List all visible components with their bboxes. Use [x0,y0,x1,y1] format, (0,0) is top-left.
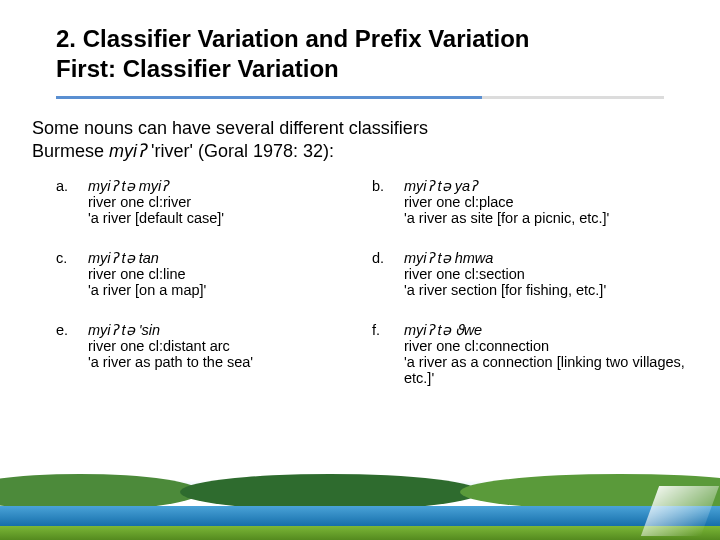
example-gloss: river one cl:river [88,194,372,210]
example-trans: 'a river [default case]' [88,210,372,226]
example-cell: b. myiʔ tǝ yaʔ river one cl:place 'a riv… [372,178,688,226]
example-cell: f. myiʔ tǝ ϑwe river one cl:connection '… [372,322,688,386]
examples-grid: a. myiʔ tǝ myiʔ river one cl:river 'a ri… [0,164,720,386]
example-label: f. [372,322,404,386]
example-label: c. [56,250,88,298]
example-body: myiʔ tǝ 'sin river one cl:distant arc 'a… [88,322,372,386]
example-trans: 'a river as a connection [linking two vi… [404,354,688,386]
example-label: b. [372,178,404,226]
intro-post: 'river' (Goral 1978: 32): [146,141,334,161]
example-row: a. myiʔ tǝ myiʔ river one cl:river 'a ri… [56,178,688,226]
example-trans: 'a river as path to the sea' [88,354,372,370]
intro-pre: Burmese [32,141,109,161]
example-gloss: river one cl:connection [404,338,688,354]
example-label: e. [56,322,88,386]
title-line-1: 2. Classifier Variation and Prefix Varia… [56,24,664,54]
example-row: c. myiʔ tǝ tan river one cl:line 'a rive… [56,250,688,298]
sky-icon [0,480,720,494]
example-words: myiʔ tǝ hmwa [404,250,688,266]
example-gloss: river one cl:line [88,266,372,282]
slide: 2. Classifier Variation and Prefix Varia… [0,0,720,540]
hill-icon [0,474,200,510]
accent-wedge-icon [641,486,719,536]
example-body: myiʔ tǝ myiʔ river one cl:river 'a river… [88,178,372,226]
example-words: myiʔ tǝ 'sin [88,322,372,338]
example-cell: a. myiʔ tǝ myiʔ river one cl:river 'a ri… [56,178,372,226]
example-words: myiʔ tǝ tan [88,250,372,266]
example-body: myiʔ tǝ yaʔ river one cl:place 'a river … [404,178,688,226]
example-words: myiʔ tǝ myiʔ [88,178,372,194]
intro-word: myiʔ [109,141,146,161]
hill-icon [460,474,720,510]
example-row: e. myiʔ tǝ 'sin river one cl:distant arc… [56,322,688,386]
landscape-graphic [0,480,720,540]
example-words: myiʔ tǝ ϑwe [404,322,688,338]
example-body: myiʔ tǝ hmwa river one cl:section 'a riv… [404,250,688,298]
hill-icon [180,474,480,510]
slide-header: 2. Classifier Variation and Prefix Varia… [0,0,720,90]
intro-line-1: Some nouns can have several different cl… [32,117,688,140]
example-words: myiʔ tǝ yaʔ [404,178,688,194]
example-trans: 'a river section [for fishing, etc.]' [404,282,688,298]
example-cell: c. myiʔ tǝ tan river one cl:line 'a rive… [56,250,372,298]
example-gloss: river one cl:distant arc [88,338,372,354]
grass-icon [0,526,720,540]
title-line-2: First: Classifier Variation [56,54,664,84]
example-gloss: river one cl:section [404,266,688,282]
intro-text: Some nouns can have several different cl… [0,99,720,164]
example-trans: 'a river [on a map]' [88,282,372,298]
intro-line-2: Burmese myiʔ 'river' (Goral 1978: 32): [32,140,688,163]
example-trans: 'a river as site [for a picnic, etc.]' [404,210,688,226]
example-label: d. [372,250,404,298]
river-icon [0,506,720,528]
example-gloss: river one cl:place [404,194,688,210]
example-body: myiʔ tǝ tan river one cl:line 'a river [… [88,250,372,298]
example-body: myiʔ tǝ ϑwe river one cl:connection 'a r… [404,322,688,386]
example-cell: e. myiʔ tǝ 'sin river one cl:distant arc… [56,322,372,386]
example-label: a. [56,178,88,226]
example-cell: d. myiʔ tǝ hmwa river one cl:section 'a … [372,250,688,298]
